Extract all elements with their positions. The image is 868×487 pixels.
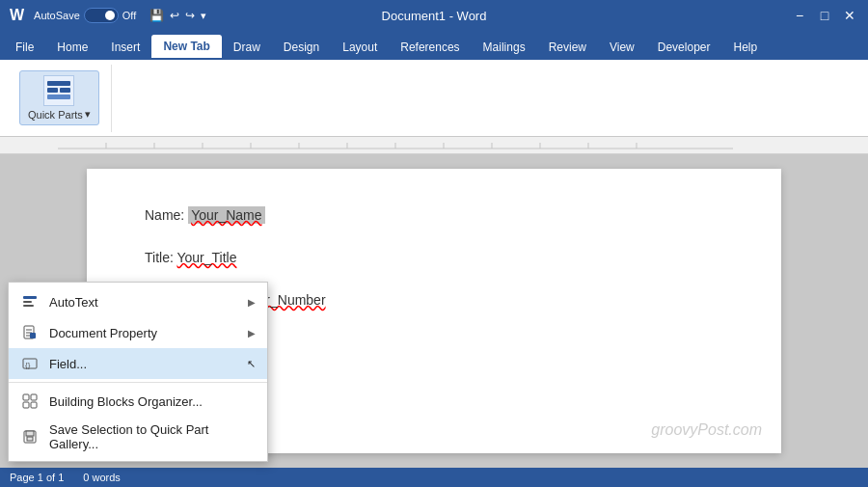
autosave-badge: AutoSave Off bbox=[34, 8, 136, 23]
tab-new-tab[interactable]: New Tab bbox=[151, 35, 221, 60]
svg-rect-1 bbox=[47, 88, 58, 93]
minimize-button[interactable]: − bbox=[791, 7, 808, 24]
doc-line-name: Name: Your_Name bbox=[145, 207, 723, 223]
status-bar: Page 1 of 1 0 words bbox=[0, 468, 868, 487]
title-bar-center: Document1 - Word bbox=[382, 9, 487, 23]
svg-rect-2 bbox=[60, 88, 70, 93]
tab-insert[interactable]: Insert bbox=[99, 35, 151, 60]
field-label: Field... bbox=[49, 357, 233, 371]
customize-icon[interactable]: ▾ bbox=[201, 10, 206, 22]
ribbon-content: Quick Parts ▾ bbox=[0, 60, 868, 137]
field-icon: {} bbox=[20, 354, 40, 373]
name-value: Your_Name bbox=[188, 206, 264, 224]
menu-divider-1 bbox=[9, 382, 267, 383]
maximize-button[interactable]: □ bbox=[816, 7, 833, 24]
svg-text:{}: {} bbox=[25, 361, 31, 369]
tab-home[interactable]: Home bbox=[45, 35, 99, 60]
toggle-dot bbox=[105, 11, 115, 20]
tab-mailings[interactable]: Mailings bbox=[472, 35, 537, 60]
title-value: Your_Title bbox=[176, 250, 236, 265]
doc-line-title: Title: Your_Title bbox=[145, 250, 723, 265]
autotext-label: AutoText bbox=[49, 295, 238, 310]
tab-view[interactable]: View bbox=[598, 35, 646, 60]
redo-icon[interactable]: ↪ bbox=[185, 9, 195, 22]
building-blocks-label: Building Blocks Organizer... bbox=[49, 394, 256, 409]
document-title: Document1 - Word bbox=[382, 9, 487, 23]
svg-rect-32 bbox=[26, 431, 34, 436]
word-count: 0 words bbox=[83, 472, 121, 483]
svg-rect-29 bbox=[23, 402, 29, 408]
menu-item-building-blocks[interactable]: Building Blocks Organizer... bbox=[9, 386, 267, 417]
content-area: AutoText ▶ Document Property ▶ bbox=[0, 154, 868, 468]
tab-design[interactable]: Design bbox=[272, 35, 331, 60]
svg-rect-18 bbox=[23, 301, 32, 303]
autosave-label: AutoSave bbox=[34, 10, 80, 21]
ruler bbox=[0, 137, 868, 154]
quick-parts-button[interactable]: Quick Parts ▾ bbox=[19, 70, 99, 125]
document-property-label: Document Property bbox=[49, 326, 238, 340]
menu-item-document-property[interactable]: Document Property ▶ bbox=[9, 317, 267, 348]
window-controls: − □ ✕ bbox=[791, 7, 858, 24]
svg-rect-17 bbox=[23, 296, 37, 299]
save-selection-label: Save Selection to Quick Part Gallery... bbox=[49, 422, 256, 451]
tab-draw[interactable]: Draw bbox=[222, 35, 272, 60]
save-icon[interactable]: 💾 bbox=[149, 9, 164, 22]
ribbon-tabs: File Home Insert New Tab Draw Design Lay… bbox=[0, 31, 868, 60]
name-label: Name: bbox=[145, 207, 188, 223]
app-window: W AutoSave Off 💾 ↩ ↪ ▾ Document1 - Word … bbox=[0, 0, 868, 487]
svg-rect-0 bbox=[47, 81, 70, 86]
close-button[interactable]: ✕ bbox=[841, 7, 858, 24]
tab-references[interactable]: References bbox=[389, 35, 471, 60]
tab-help[interactable]: Help bbox=[721, 35, 769, 60]
tab-developer[interactable]: Developer bbox=[646, 35, 722, 60]
tab-file[interactable]: File bbox=[4, 35, 45, 60]
title-bar: W AutoSave Off 💾 ↩ ↪ ▾ Document1 - Word … bbox=[0, 0, 868, 31]
svg-rect-33 bbox=[27, 437, 33, 441]
watermark: groovyPost.com bbox=[651, 421, 762, 439]
save-selection-icon bbox=[20, 427, 40, 446]
cursor-glyph: ↖ bbox=[247, 358, 256, 370]
page-info: Page 1 of 1 bbox=[10, 472, 64, 483]
menu-item-save-selection[interactable]: Save Selection to Quick Part Gallery... bbox=[9, 417, 267, 457]
svg-rect-30 bbox=[31, 402, 37, 408]
ribbon-group-quick-parts: Quick Parts ▾ bbox=[8, 65, 112, 132]
quick-parts-icon bbox=[43, 75, 74, 106]
title-label: Title: bbox=[145, 250, 176, 265]
document-property-icon bbox=[20, 323, 40, 342]
tab-review[interactable]: Review bbox=[537, 35, 598, 60]
autosave-state: Off bbox=[122, 10, 136, 21]
svg-rect-24 bbox=[30, 333, 36, 338]
tab-layout[interactable]: Layout bbox=[331, 35, 389, 60]
menu-item-field[interactable]: {} Field... ↖ bbox=[9, 348, 267, 379]
title-bar-left: W AutoSave Off 💾 ↩ ↪ ▾ bbox=[10, 7, 206, 24]
dropdown-menu: AutoText ▶ Document Property ▶ bbox=[8, 282, 268, 462]
svg-rect-27 bbox=[23, 394, 29, 400]
quick-parts-label: Quick Parts ▾ bbox=[28, 108, 91, 121]
building-blocks-icon bbox=[20, 392, 40, 411]
undo-icon[interactable]: ↩ bbox=[170, 9, 179, 22]
svg-rect-3 bbox=[47, 95, 70, 99]
document-property-arrow: ▶ bbox=[248, 328, 256, 338]
word-icon: W bbox=[10, 7, 24, 24]
autotext-icon bbox=[20, 292, 40, 311]
autosave-toggle[interactable] bbox=[84, 8, 119, 23]
menu-item-autotext[interactable]: AutoText ▶ bbox=[9, 286, 267, 317]
svg-rect-19 bbox=[23, 305, 34, 307]
autotext-arrow: ▶ bbox=[248, 297, 256, 308]
svg-rect-28 bbox=[31, 394, 37, 400]
